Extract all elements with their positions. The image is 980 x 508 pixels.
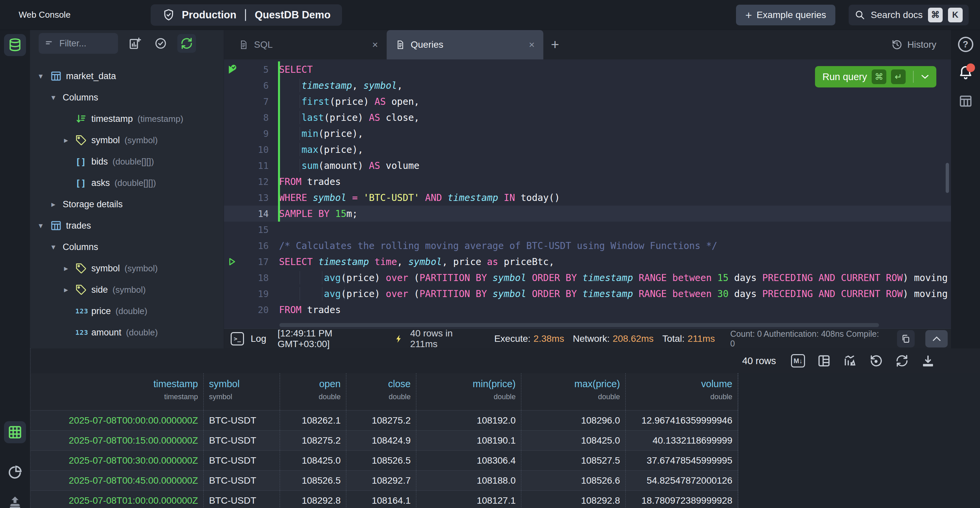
table-cell[interactable]: BTC-USDT [204, 431, 280, 450]
table-cell[interactable]: 18.780972389999928 [626, 490, 738, 508]
tree-item-timestamp[interactable]: timestamp(timestamp) [30, 108, 224, 129]
table-cell[interactable]: 37.67478545999995 [626, 450, 738, 470]
collapse-log-button[interactable] [925, 330, 948, 347]
code-line-10[interactable]: 10 max(price), [224, 142, 951, 158]
table-cell[interactable]: 12.967416359999946 [626, 411, 738, 430]
filter-box[interactable] [39, 33, 118, 54]
table-cell[interactable]: 108292.8 [280, 490, 346, 508]
column-header-timestamp[interactable]: timestamptimestamp [31, 373, 204, 410]
table-cell[interactable]: 108296.0 [521, 411, 626, 430]
chevron-down-icon[interactable] [921, 74, 929, 79]
refresh-results-button[interactable] [895, 353, 909, 368]
chevron-down-icon[interactable]: ▾ [51, 93, 63, 102]
table-cell[interactable]: 108425.0 [280, 450, 346, 470]
tree-item-timestamp[interactable]: timestamp(timestamp) [30, 343, 224, 348]
table-cell[interactable]: 108526.5 [280, 471, 346, 490]
add-metrics-button[interactable] [125, 34, 144, 53]
copy-log-button[interactable] [897, 330, 915, 347]
run-query-button[interactable]: Run query ⌘ ↵ [815, 66, 936, 88]
table-cell[interactable]: 108275.2 [346, 411, 416, 430]
tree-item-price[interactable]: 123price(double) [30, 300, 224, 322]
column-header-min-price-[interactable]: min(price)double [416, 373, 521, 410]
code-line-7[interactable]: 7 first(price) AS open, [224, 93, 951, 109]
code-editor[interactable]: 5SELECT6 timestamp, symbol,7 first(price… [224, 59, 951, 328]
chevron-down-icon[interactable]: ▾ [39, 221, 50, 230]
table-cell[interactable]: BTC-USDT [204, 450, 280, 470]
code-line-12[interactable]: 12FROM trades [224, 174, 951, 190]
table-cell[interactable]: 108527.5 [521, 450, 626, 470]
import-button[interactable] [4, 491, 26, 508]
tab-sql[interactable]: SQL × [230, 30, 387, 59]
chevron-down-icon[interactable]: ▾ [51, 242, 63, 252]
code-line-17[interactable]: 17SELECT timestamp time, symbol, price a… [224, 254, 951, 270]
chevron-right-icon[interactable]: ▸ [64, 285, 75, 294]
tree-item-columns[interactable]: ▾Columns [30, 87, 224, 108]
table-cell[interactable]: 108190.1 [416, 431, 521, 450]
table-cell[interactable]: 2025-07-08T00:45:00.000000Z [31, 471, 204, 490]
table-row[interactable]: 2025-07-08T00:45:00.000000ZBTC-USDT10852… [31, 471, 738, 490]
table-cell[interactable]: BTC-USDT [204, 490, 280, 508]
column-header-max-price-[interactable]: max(price)double [521, 373, 626, 410]
toggle-columns-button[interactable] [817, 353, 831, 368]
search-docs-button[interactable]: Search docs ⌘ K [849, 5, 969, 26]
history-button[interactable]: History [891, 30, 936, 59]
table-cell[interactable]: 2025-07-08T00:15:00.000000Z [31, 431, 204, 450]
chart-view-button[interactable] [4, 461, 26, 483]
chevron-right-icon[interactable]: ▸ [51, 200, 63, 209]
table-cell[interactable]: 2025-07-08T00:30:00.000000Z [31, 450, 204, 470]
refresh-tables-button[interactable] [177, 34, 196, 53]
tab-queries[interactable]: Queries × [387, 30, 543, 59]
column-header-volume[interactable]: volumedouble [626, 373, 738, 410]
table-cell[interactable]: BTC-USDT [204, 471, 280, 490]
chevron-right-icon[interactable]: ▸ [64, 136, 75, 145]
select-tables-button[interactable] [151, 34, 170, 53]
chevron-right-icon[interactable]: ▸ [64, 264, 75, 273]
column-header-symbol[interactable]: symbolsymbol [204, 373, 280, 410]
column-header-close[interactable]: closedouble [346, 373, 416, 410]
run-statement-icon[interactable] [224, 257, 239, 267]
code-line-9[interactable]: 9 min(price), [224, 126, 951, 142]
table-row[interactable]: 2025-07-08T00:15:00.000000ZBTC-USDT10827… [31, 431, 738, 450]
table-cell[interactable]: 108292.7 [346, 471, 416, 490]
tree-item-bids[interactable]: []bids(double[][]) [30, 151, 224, 172]
environment-pill[interactable]: Production QuestDB Demo [151, 4, 342, 26]
table-cell[interactable]: 108262.1 [280, 411, 346, 430]
notifications-button[interactable] [956, 63, 976, 83]
scrollbar-thumb[interactable] [279, 323, 879, 327]
horizontal-scrollbar[interactable] [279, 323, 931, 327]
code-line-18[interactable]: 18 avg(price) over (PARTITION BY symbol … [224, 270, 951, 286]
table-row[interactable]: 2025-07-08T00:30:00.000000ZBTC-USDT10842… [31, 450, 738, 471]
tree-item-symbol[interactable]: ▸symbol(symbol) [30, 129, 224, 151]
table-cell[interactable]: 108164.1 [346, 490, 416, 508]
table-cell[interactable]: 108192.0 [416, 411, 521, 430]
chart-builder-button[interactable] [843, 353, 858, 368]
tree-item-storage-details[interactable]: ▸Storage details [30, 193, 224, 215]
example-queries-button[interactable]: + Example queries [736, 5, 835, 26]
markdown-export-button[interactable]: M↓ [791, 353, 805, 368]
tree-item-trades[interactable]: ▾trades [30, 215, 224, 236]
table-cell[interactable]: BTC-USDT [204, 411, 280, 430]
close-icon[interactable]: × [529, 40, 535, 50]
tree-item-market-data[interactable]: ▾market_data [30, 65, 224, 87]
table-cell[interactable]: 108275.2 [280, 431, 346, 450]
table-cell[interactable]: 108425.0 [521, 431, 626, 450]
table-cell[interactable]: 108292.8 [521, 490, 626, 508]
code-line-8[interactable]: 8 last(price) AS close, [224, 109, 951, 126]
table-cell[interactable]: 40.1332118699999 [626, 431, 738, 450]
grid-view-button[interactable] [4, 421, 26, 443]
add-tab-button[interactable]: + [543, 30, 567, 59]
statement-success-icon[interactable] [224, 64, 239, 75]
code-line-13[interactable]: 13WHERE symbol = 'BTC-USDT' AND timestam… [224, 190, 951, 206]
close-icon[interactable]: × [372, 40, 378, 50]
table-row[interactable]: 2025-07-08T01:00:00.000000ZBTC-USDT10829… [31, 490, 738, 508]
code-line-19[interactable]: 19 avg(price) over (PARTITION BY symbol … [224, 286, 951, 302]
code-line-14[interactable]: 14SAMPLE BY 15m; [224, 206, 951, 222]
tree-item-symbol[interactable]: ▸symbol(symbol) [30, 258, 224, 279]
table-cell[interactable]: 108526.6 [521, 471, 626, 490]
table-cell[interactable]: 54.82547872000126 [626, 471, 738, 490]
code-line-16[interactable]: 16/* Calculates the rolling moving avera… [224, 238, 951, 254]
tree-item-amount[interactable]: 123amount(double) [30, 322, 224, 343]
table-cell[interactable]: 2025-07-08T00:00:00.000000Z [31, 411, 204, 430]
code-line-11[interactable]: 11 sum(amount) AS volume [224, 158, 951, 174]
code-line-15[interactable]: 15 [224, 222, 951, 238]
